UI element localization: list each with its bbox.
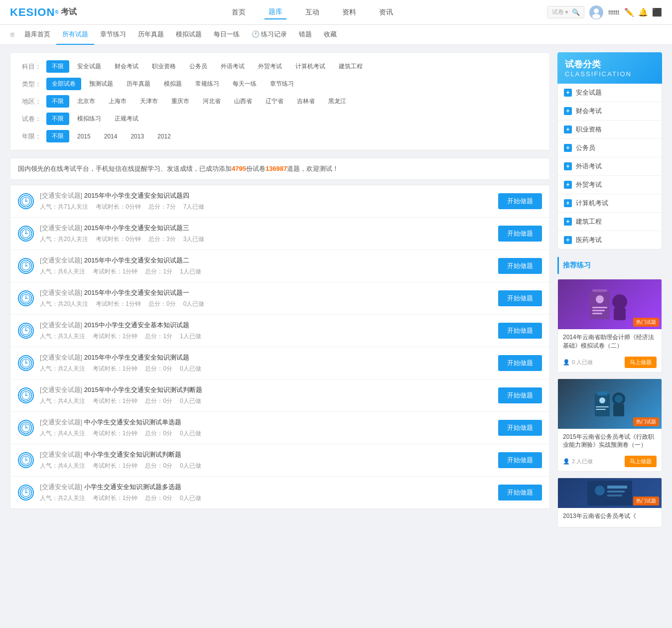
filter-region-5[interactable]: 河北省 [197,95,226,108]
nav-question-bank[interactable]: 题库 [265,5,286,19]
filter-exam-1[interactable]: 模拟练习 [72,113,107,125]
question-title[interactable]: [交通安全试题] 2015年中小学生交通安全知识测试判断题 [40,385,491,394]
subnav-item-practice-record[interactable]: 🕐 练习记录 [246,25,293,45]
filter-region-3[interactable]: 天津市 [134,95,163,108]
subnav-item-past[interactable]: 历年真题 [132,25,170,45]
question-title[interactable]: [交通安全试题] 2015年中小学生交通安全知识试题二 [40,256,491,265]
bell-icon[interactable]: 🔔 [638,7,648,17]
start-exam-button[interactable]: 开始做题 [498,323,542,339]
nav-home[interactable]: 首页 [228,6,250,19]
filter-region-8[interactable]: 吉林省 [291,95,320,108]
filter-subject-7[interactable]: 计算机考试 [290,60,331,73]
filter-type-0[interactable]: 全部试卷 [46,78,81,90]
classification-item[interactable]: + 计算机考试 [558,194,662,213]
question-title-text: 小学生交通安全知识测试题多选题 [84,483,181,491]
search-box[interactable]: 试卷 ▼ 🔍 [547,6,584,18]
subnav-item-all[interactable]: 所有试题 [56,25,94,45]
nav-interaction[interactable]: 互动 [301,6,323,19]
filter-type-1[interactable]: 预测试题 [84,78,119,90]
classification-item[interactable]: + 安全试题 [558,84,662,102]
filter-type-6[interactable]: 章节练习 [265,78,299,90]
question-title[interactable]: [交通安全试题] 2015年中小学生交通安全知识试题三 [40,224,491,233]
classification-item[interactable]: + 建筑工程 [558,213,662,231]
classification-item[interactable]: + 职业资格 [558,121,662,139]
filter-subject-3[interactable]: 职业资格 [146,60,181,73]
filter-year-1[interactable]: 2015 [72,131,96,142]
promo-count1: 4795 [232,165,246,172]
classification-item[interactable]: + 外语考试 [558,157,662,176]
classification-item[interactable]: + 公务员 [558,139,662,157]
search-icon[interactable]: 🔍 [572,8,580,16]
question-item: [交通安全试题] 2015年中小学生交通安全知识试题三 人气：共20人关注 考试… [10,218,549,250]
nav-materials[interactable]: 资料 [338,6,360,19]
filter-type-3[interactable]: 模拟题 [158,78,187,90]
filter-region-9[interactable]: 黑龙江 [323,95,352,108]
recommend-card-2-title: 2015年云南省公务员考试《行政职业能力测验》实战预测卷（一） [563,433,657,450]
filter-year-0[interactable]: 不限 [46,130,69,142]
question-duration: 考试时长：1分钟 [93,494,138,502]
recommend-card-2-btn[interactable]: 马上做题 [625,456,657,467]
classification-item[interactable]: + 财会考试 [558,102,662,121]
filter-subject-2[interactable]: 财会考试 [109,60,144,73]
subnav-item-home[interactable]: 题库首页 [18,25,56,45]
filter-region-1[interactable]: 北京市 [72,95,101,108]
recommend-card-1-btn[interactable]: 马上做题 [625,357,657,368]
recommend-card-2-footer: 👤 2 人已做 马上做题 [558,456,662,471]
svg-point-7 [25,201,26,202]
question-clock-icon [18,193,34,209]
subnav-item-wrong[interactable]: 错题 [293,25,318,45]
subnav-item-daily[interactable]: 每日一练 [208,25,246,45]
svg-rect-62 [597,391,607,395]
subnav-item-favorites[interactable]: 收藏 [318,25,343,45]
filter-type-4[interactable]: 常规练习 [190,78,225,90]
promo-mid: 份试卷 [246,165,266,172]
question-title[interactable]: [交通安全试题] 2015中小学生交通安全基本知识试题 [40,321,491,330]
start-exam-button[interactable]: 开始做题 [498,355,542,371]
filter-region-6[interactable]: 山西省 [229,95,258,108]
filter-year-4[interactable]: 2012 [152,131,176,142]
filter-type-2[interactable]: 历年真题 [121,78,156,90]
filter-subject-5[interactable]: 外语考试 [215,60,250,73]
filter-region-4[interactable]: 重庆市 [166,95,195,108]
search-dropdown-icon[interactable]: ▼ [564,9,569,15]
subnav-item-chapter[interactable]: 章节练习 [94,25,132,45]
nav-news[interactable]: 资讯 [375,6,397,19]
filter-subject-6[interactable]: 外贸考试 [253,60,287,73]
question-title[interactable]: [交通安全试题] 2015年中小学生交通安全知识试题一 [40,288,491,297]
filter-subject-1[interactable]: 安全试题 [72,60,107,73]
filter-year-3[interactable]: 2013 [125,131,149,142]
start-exam-button[interactable]: 开始做题 [498,452,542,468]
start-exam-button[interactable]: 开始做题 [498,290,542,306]
question-title[interactable]: [交通安全试题] 2015年中小学生交通安全知识试题四 [40,191,491,200]
start-exam-button[interactable]: 开始做题 [498,420,542,436]
filter-region-0[interactable]: 不限 [46,95,69,108]
start-exam-button[interactable]: 开始做题 [498,226,542,242]
filter-exam-0[interactable]: 不限 [46,113,69,125]
signout-icon[interactable]: ⬛ [652,7,662,17]
question-title[interactable]: [交通安全试题] 中小学生交通安全知识测试判断题 [40,450,491,459]
filter-subject-all[interactable]: 不限 [46,60,69,73]
start-exam-button[interactable]: 开始做题 [498,258,542,274]
filter-subject-4[interactable]: 公务员 [184,60,213,73]
question-title[interactable]: [交通安全试题] 小学生交通安全知识测试题多选题 [40,483,491,492]
question-clock-icon [18,387,34,403]
start-exam-button[interactable]: 开始做题 [498,193,542,209]
start-exam-button[interactable]: 开始做题 [498,485,542,501]
edit-icon[interactable]: ✏️ [624,7,634,17]
start-exam-button[interactable]: 开始做题 [498,387,542,403]
question-duration: 考试时长：1分钟 [93,397,138,405]
filter-region-2[interactable]: 上海市 [103,95,132,108]
filter-year-2[interactable]: 2014 [99,131,123,142]
question-popularity: 人气：共4人关注 [40,462,85,470]
classification-item[interactable]: + 医药考试 [558,231,662,249]
filter-exam-2[interactable]: 正规考试 [109,113,144,125]
subnav-item-mock[interactable]: 模拟试题 [170,25,208,45]
clock-svg [19,290,33,307]
filter-subject-8[interactable]: 建筑工程 [333,60,368,73]
question-title[interactable]: [交通安全试题] 中小学生交通安全知识测试单选题 [40,418,491,427]
logo-registered: ® [55,9,58,15]
filter-type-5[interactable]: 每天一练 [227,78,262,90]
filter-region-7[interactable]: 辽宁省 [260,95,289,108]
question-title[interactable]: [交通安全试题] 2015年中小学生交通安全知识测试题 [40,353,491,362]
classification-item[interactable]: + 外贸考试 [558,176,662,194]
